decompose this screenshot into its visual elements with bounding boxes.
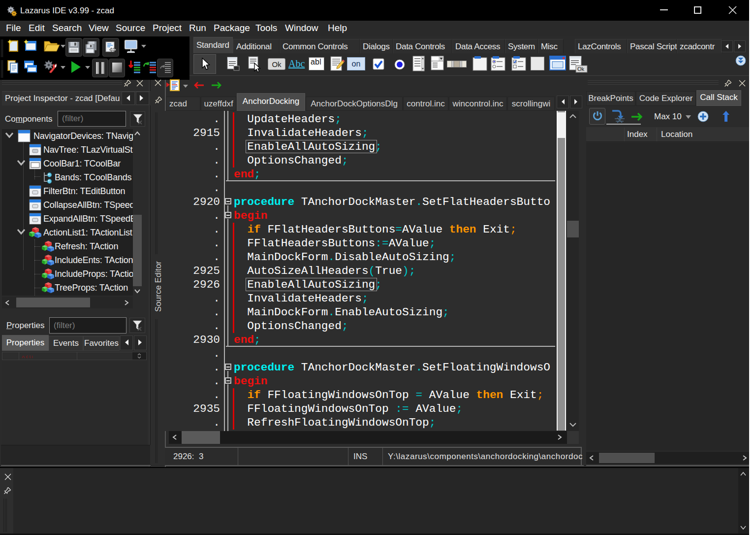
svg-text:Ok: Ok [577, 66, 585, 72]
